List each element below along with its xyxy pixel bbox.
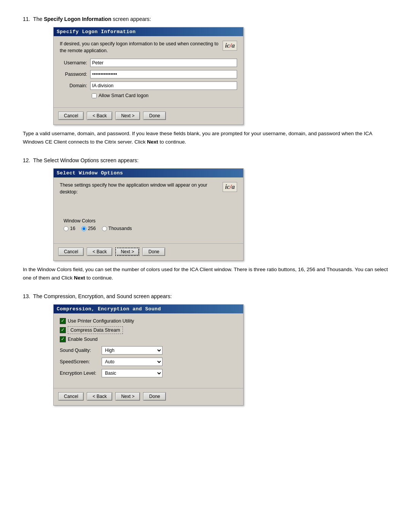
radio-256-input[interactable]	[81, 226, 86, 231]
password-row: Password:	[60, 70, 237, 78]
username-label: Username:	[60, 60, 90, 66]
compression-dialog: Compression, Encryption and Sound Use Pr…	[53, 304, 244, 406]
compress-label: Compress Data Stream	[68, 326, 123, 334]
username-input[interactable]	[90, 59, 237, 67]
encryption-select[interactable]: Basic RC5 128 bit Login Only RC5 40 bit …	[102, 369, 162, 377]
section-number-12: 12.	[23, 157, 30, 163]
radio-thousands-input[interactable]	[102, 226, 107, 231]
section-13-intro: 13. The Compression, Encryption, and Sou…	[23, 292, 388, 300]
dialog-body-window: ic/a These settings specify how the appl…	[54, 177, 243, 240]
radio-256-label: 256	[88, 226, 96, 231]
sound-quality-row: Sound Quality: High Medium Low	[60, 346, 237, 355]
done-button-compression[interactable]: Done	[143, 392, 166, 401]
dialog-titlebar-window: Select Window Options	[54, 169, 243, 177]
section-number-13: 13.	[23, 293, 30, 299]
back-button-window[interactable]: < Back	[87, 248, 112, 256]
password-label: Password:	[60, 72, 90, 77]
domain-label: Domain:	[60, 83, 90, 88]
sound-quality-select[interactable]: High Medium Low	[102, 346, 162, 355]
section-13: 13. The Compression, Encryption, and Sou…	[23, 292, 388, 406]
section-number: 11.	[23, 16, 30, 22]
radio-16-label: 16	[70, 226, 75, 231]
dialog-body-logon: ic/a If desired, you can specify logon i…	[54, 36, 243, 104]
section-12-desc: In the Window Colors field, you can set …	[23, 265, 388, 282]
radio-256: 256	[81, 226, 96, 231]
next-button-compression[interactable]: Next >	[115, 392, 140, 401]
section-11-intro: 11. The Specify Logon Information screen…	[23, 15, 388, 23]
ica-logo-2: ic/a	[223, 182, 237, 192]
done-button-logon[interactable]: Done	[143, 112, 166, 120]
section-12-intro: 12. The Select Window Options screen app…	[23, 157, 388, 165]
back-button-compression[interactable]: < Back	[87, 392, 112, 401]
back-button-logon[interactable]: < Back	[87, 112, 112, 120]
printer-check-icon	[60, 318, 66, 324]
cancel-button-compression[interactable]: Cancel	[58, 392, 84, 401]
specify-logon-dialog: Specify Logon Information ic/a If desire…	[53, 27, 244, 125]
dialog-titlebar-compression: Compression, Encryption and Sound	[54, 305, 243, 313]
sound-checkbox-row: Enable Sound	[60, 336, 237, 342]
next-button-logon[interactable]: Next >	[115, 112, 140, 120]
done-button-window[interactable]: Done	[142, 248, 165, 256]
dialog-titlebar-logon: Specify Logon Information	[54, 27, 243, 36]
window-btn-bar: Cancel < Back Next > Done	[54, 243, 243, 260]
dialog-desc-window: These settings specify how the applicati…	[60, 182, 237, 195]
printer-checkbox-row: Use Printer Configuration Utility	[60, 318, 237, 324]
speedscreen-select[interactable]: Auto On Off	[102, 358, 162, 366]
dialog-desc-logon: If desired, you can specify logon inform…	[60, 41, 237, 54]
radio-row: 16 256 Thousands	[64, 226, 237, 231]
compress-check-icon	[60, 327, 66, 333]
sound-quality-label: Sound Quality:	[60, 348, 102, 353]
cancel-button-logon[interactable]: Cancel	[58, 112, 84, 120]
smartcard-row: Allow Smart Card logon	[92, 93, 237, 98]
section-11: 11. The Specify Logon Information screen…	[23, 15, 388, 146]
sound-label: Enable Sound	[68, 337, 98, 342]
username-row: Username:	[60, 59, 237, 67]
domain-input[interactable]	[90, 81, 237, 90]
encryption-label: Encryption Level:	[60, 371, 102, 376]
speedscreen-label: SpeedScreen:	[60, 359, 102, 364]
compress-checkbox-row: Compress Data Stream	[60, 326, 237, 334]
password-input[interactable]	[90, 70, 237, 78]
encryption-row: Encryption Level: Basic RC5 128 bit Logi…	[60, 369, 237, 377]
window-colors-label: Window Colors	[64, 218, 237, 224]
printer-label: Use Printer Configuration Utility	[68, 318, 134, 324]
ica-logo: ic/a	[223, 41, 237, 51]
window-options-dialog: Select Window Options ic/a These setting…	[53, 168, 244, 261]
domain-row: Domain:	[60, 81, 237, 90]
sound-check-icon	[60, 336, 66, 342]
speedscreen-row: SpeedScreen: Auto On Off	[60, 358, 237, 366]
logon-btn-bar: Cancel < Back Next > Done	[54, 107, 243, 125]
radio-16: 16	[64, 226, 75, 231]
dialog-body-compression: Use Printer Configuration Utility Compre…	[54, 313, 243, 385]
window-colors-section: Window Colors 16 256 Thousands	[64, 218, 237, 231]
radio-16-input[interactable]	[64, 226, 68, 231]
cancel-button-window[interactable]: Cancel	[58, 248, 84, 256]
radio-thousands: Thousands	[102, 226, 132, 231]
smartcard-checkbox[interactable]	[92, 93, 97, 98]
next-button-window[interactable]: Next >	[115, 248, 139, 256]
section-11-desc: Type a valid username, domain, and passw…	[23, 129, 388, 146]
smartcard-label: Allow Smart Card logon	[99, 93, 148, 98]
compression-btn-bar: Cancel < Back Next > Done	[54, 388, 243, 405]
radio-thousands-label: Thousands	[108, 226, 132, 231]
section-12: 12. The Select Window Options screen app…	[23, 157, 388, 282]
